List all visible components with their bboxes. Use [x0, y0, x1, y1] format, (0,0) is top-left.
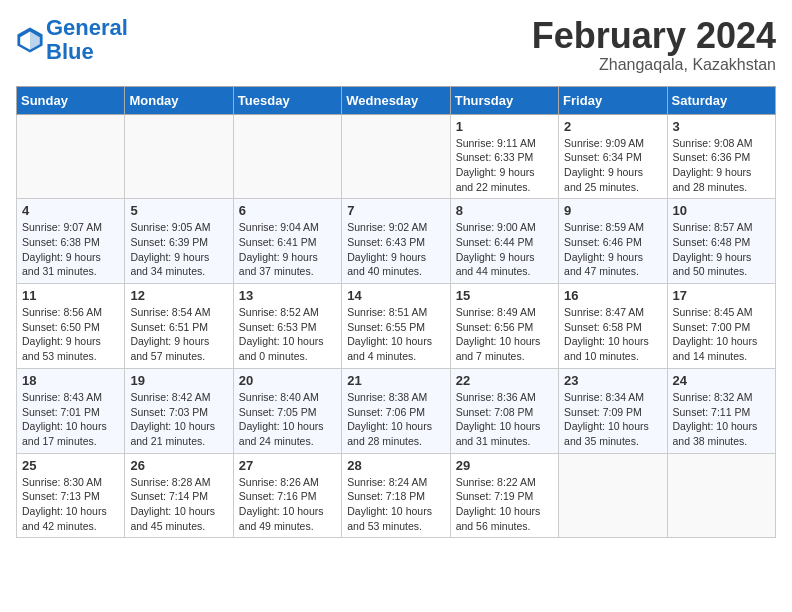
day-number: 12: [130, 288, 227, 303]
calendar-week-3: 11Sunrise: 8:56 AMSunset: 6:50 PMDayligh…: [17, 284, 776, 369]
calendar-cell: 23Sunrise: 8:34 AMSunset: 7:09 PMDayligh…: [559, 368, 667, 453]
calendar-cell: [233, 114, 341, 199]
logo-text: GeneralBlue: [46, 16, 128, 64]
calendar-week-1: 1Sunrise: 9:11 AMSunset: 6:33 PMDaylight…: [17, 114, 776, 199]
day-number: 23: [564, 373, 661, 388]
day-number: 15: [456, 288, 553, 303]
calendar-cell: 12Sunrise: 8:54 AMSunset: 6:51 PMDayligh…: [125, 284, 233, 369]
calendar-cell: 10Sunrise: 8:57 AMSunset: 6:48 PMDayligh…: [667, 199, 775, 284]
calendar-cell: 20Sunrise: 8:40 AMSunset: 7:05 PMDayligh…: [233, 368, 341, 453]
day-info: Sunrise: 8:30 AMSunset: 7:13 PMDaylight:…: [22, 475, 119, 534]
day-info: Sunrise: 8:43 AMSunset: 7:01 PMDaylight:…: [22, 390, 119, 449]
day-info: Sunrise: 8:38 AMSunset: 7:06 PMDaylight:…: [347, 390, 444, 449]
day-info: Sunrise: 9:02 AMSunset: 6:43 PMDaylight:…: [347, 220, 444, 279]
column-header-wednesday: Wednesday: [342, 86, 450, 114]
calendar-cell: [667, 453, 775, 538]
calendar-cell: 16Sunrise: 8:47 AMSunset: 6:58 PMDayligh…: [559, 284, 667, 369]
column-header-sunday: Sunday: [17, 86, 125, 114]
day-number: 29: [456, 458, 553, 473]
day-number: 21: [347, 373, 444, 388]
logo: GeneralBlue: [16, 16, 128, 64]
day-number: 26: [130, 458, 227, 473]
day-number: 20: [239, 373, 336, 388]
day-info: Sunrise: 8:52 AMSunset: 6:53 PMDaylight:…: [239, 305, 336, 364]
calendar-cell: 3Sunrise: 9:08 AMSunset: 6:36 PMDaylight…: [667, 114, 775, 199]
day-info: Sunrise: 8:28 AMSunset: 7:14 PMDaylight:…: [130, 475, 227, 534]
day-info: Sunrise: 8:34 AMSunset: 7:09 PMDaylight:…: [564, 390, 661, 449]
calendar-cell: [125, 114, 233, 199]
calendar-cell: 1Sunrise: 9:11 AMSunset: 6:33 PMDaylight…: [450, 114, 558, 199]
day-info: Sunrise: 8:24 AMSunset: 7:18 PMDaylight:…: [347, 475, 444, 534]
calendar-cell: 19Sunrise: 8:42 AMSunset: 7:03 PMDayligh…: [125, 368, 233, 453]
day-number: 4: [22, 203, 119, 218]
day-number: 1: [456, 119, 553, 134]
calendar-header-row: SundayMondayTuesdayWednesdayThursdayFrid…: [17, 86, 776, 114]
calendar-cell: 15Sunrise: 8:49 AMSunset: 6:56 PMDayligh…: [450, 284, 558, 369]
day-info: Sunrise: 8:57 AMSunset: 6:48 PMDaylight:…: [673, 220, 770, 279]
calendar-cell: 28Sunrise: 8:24 AMSunset: 7:18 PMDayligh…: [342, 453, 450, 538]
day-info: Sunrise: 9:07 AMSunset: 6:38 PMDaylight:…: [22, 220, 119, 279]
day-number: 5: [130, 203, 227, 218]
day-info: Sunrise: 8:45 AMSunset: 7:00 PMDaylight:…: [673, 305, 770, 364]
calendar-cell: 8Sunrise: 9:00 AMSunset: 6:44 PMDaylight…: [450, 199, 558, 284]
calendar-cell: 4Sunrise: 9:07 AMSunset: 6:38 PMDaylight…: [17, 199, 125, 284]
day-number: 17: [673, 288, 770, 303]
day-info: Sunrise: 8:26 AMSunset: 7:16 PMDaylight:…: [239, 475, 336, 534]
day-number: 18: [22, 373, 119, 388]
day-info: Sunrise: 8:54 AMSunset: 6:51 PMDaylight:…: [130, 305, 227, 364]
day-number: 8: [456, 203, 553, 218]
logo-icon: [16, 26, 44, 54]
day-number: 28: [347, 458, 444, 473]
day-info: Sunrise: 8:22 AMSunset: 7:19 PMDaylight:…: [456, 475, 553, 534]
svg-marker-2: [30, 29, 41, 51]
day-number: 11: [22, 288, 119, 303]
day-info: Sunrise: 9:00 AMSunset: 6:44 PMDaylight:…: [456, 220, 553, 279]
day-info: Sunrise: 8:32 AMSunset: 7:11 PMDaylight:…: [673, 390, 770, 449]
title-block: February 2024 Zhangaqala, Kazakhstan: [532, 16, 776, 74]
day-info: Sunrise: 9:09 AMSunset: 6:34 PMDaylight:…: [564, 136, 661, 195]
day-info: Sunrise: 9:11 AMSunset: 6:33 PMDaylight:…: [456, 136, 553, 195]
calendar-cell: 14Sunrise: 8:51 AMSunset: 6:55 PMDayligh…: [342, 284, 450, 369]
calendar-cell: [559, 453, 667, 538]
day-number: 19: [130, 373, 227, 388]
column-header-thursday: Thursday: [450, 86, 558, 114]
calendar-week-2: 4Sunrise: 9:07 AMSunset: 6:38 PMDaylight…: [17, 199, 776, 284]
column-header-saturday: Saturday: [667, 86, 775, 114]
day-info: Sunrise: 8:42 AMSunset: 7:03 PMDaylight:…: [130, 390, 227, 449]
calendar-cell: 6Sunrise: 9:04 AMSunset: 6:41 PMDaylight…: [233, 199, 341, 284]
calendar-cell: 29Sunrise: 8:22 AMSunset: 7:19 PMDayligh…: [450, 453, 558, 538]
day-number: 16: [564, 288, 661, 303]
calendar-table: SundayMondayTuesdayWednesdayThursdayFrid…: [16, 86, 776, 539]
day-number: 25: [22, 458, 119, 473]
day-info: Sunrise: 8:40 AMSunset: 7:05 PMDaylight:…: [239, 390, 336, 449]
day-number: 22: [456, 373, 553, 388]
day-info: Sunrise: 8:59 AMSunset: 6:46 PMDaylight:…: [564, 220, 661, 279]
calendar-cell: 18Sunrise: 8:43 AMSunset: 7:01 PMDayligh…: [17, 368, 125, 453]
day-number: 24: [673, 373, 770, 388]
calendar-week-4: 18Sunrise: 8:43 AMSunset: 7:01 PMDayligh…: [17, 368, 776, 453]
page-header: GeneralBlue February 2024 Zhangaqala, Ka…: [16, 16, 776, 74]
day-number: 3: [673, 119, 770, 134]
day-info: Sunrise: 8:47 AMSunset: 6:58 PMDaylight:…: [564, 305, 661, 364]
calendar-cell: 25Sunrise: 8:30 AMSunset: 7:13 PMDayligh…: [17, 453, 125, 538]
calendar-cell: 22Sunrise: 8:36 AMSunset: 7:08 PMDayligh…: [450, 368, 558, 453]
calendar-cell: 13Sunrise: 8:52 AMSunset: 6:53 PMDayligh…: [233, 284, 341, 369]
day-number: 6: [239, 203, 336, 218]
calendar-cell: [17, 114, 125, 199]
calendar-cell: 26Sunrise: 8:28 AMSunset: 7:14 PMDayligh…: [125, 453, 233, 538]
day-info: Sunrise: 8:49 AMSunset: 6:56 PMDaylight:…: [456, 305, 553, 364]
day-info: Sunrise: 9:04 AMSunset: 6:41 PMDaylight:…: [239, 220, 336, 279]
calendar-cell: 17Sunrise: 8:45 AMSunset: 7:00 PMDayligh…: [667, 284, 775, 369]
day-info: Sunrise: 9:08 AMSunset: 6:36 PMDaylight:…: [673, 136, 770, 195]
calendar-cell: 21Sunrise: 8:38 AMSunset: 7:06 PMDayligh…: [342, 368, 450, 453]
day-info: Sunrise: 8:56 AMSunset: 6:50 PMDaylight:…: [22, 305, 119, 364]
day-number: 7: [347, 203, 444, 218]
calendar-week-5: 25Sunrise: 8:30 AMSunset: 7:13 PMDayligh…: [17, 453, 776, 538]
column-header-friday: Friday: [559, 86, 667, 114]
calendar-cell: 7Sunrise: 9:02 AMSunset: 6:43 PMDaylight…: [342, 199, 450, 284]
calendar-cell: 27Sunrise: 8:26 AMSunset: 7:16 PMDayligh…: [233, 453, 341, 538]
calendar-cell: 9Sunrise: 8:59 AMSunset: 6:46 PMDaylight…: [559, 199, 667, 284]
day-info: Sunrise: 9:05 AMSunset: 6:39 PMDaylight:…: [130, 220, 227, 279]
calendar-cell: 24Sunrise: 8:32 AMSunset: 7:11 PMDayligh…: [667, 368, 775, 453]
column-header-monday: Monday: [125, 86, 233, 114]
